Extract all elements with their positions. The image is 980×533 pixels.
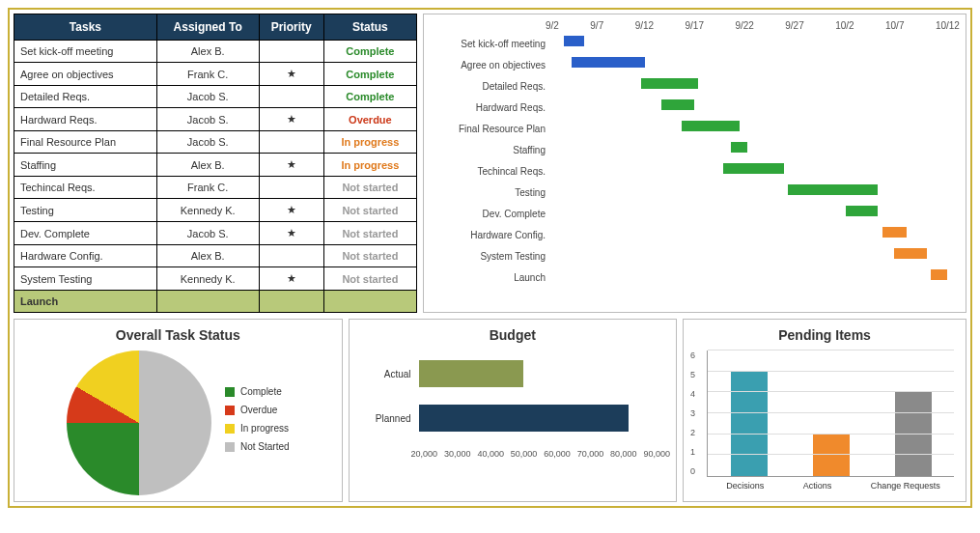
pending-bar xyxy=(895,392,932,476)
gantt-row: Final Resource Plan xyxy=(430,118,960,139)
gantt-label: Final Resource Plan xyxy=(430,124,551,134)
cell-task: Dev. Complete xyxy=(14,222,157,245)
table-row[interactable]: Staffing Alex B. ★ In progress xyxy=(14,154,417,177)
gantt-label: System Testing xyxy=(430,251,551,262)
table-row[interactable]: Techincal Reqs. Frank C. Not started xyxy=(14,177,417,199)
task-table: Tasks Assigned To Priority Status Set ki… xyxy=(14,14,417,313)
cell-task: Hardward Reqs. xyxy=(14,108,157,131)
table-row[interactable]: Set kick-off meeting Alex B. Complete xyxy=(14,41,417,63)
gantt-tick: 9/17 xyxy=(686,20,704,31)
gantt-bar xyxy=(788,184,878,195)
budget-card: Budget Actual Planned 20,00030,00040,000… xyxy=(349,319,678,502)
table-row[interactable]: Hardward Reqs. Jacob S. ★ Overdue xyxy=(14,108,417,131)
cell-assigned: Kennedy K. xyxy=(156,199,259,222)
grid-line xyxy=(708,454,954,455)
gantt-tick: 9/27 xyxy=(785,20,803,31)
budget-label: Actual xyxy=(363,369,419,379)
gantt-row: Staffing xyxy=(430,139,960,160)
legend-swatch xyxy=(225,387,235,397)
cell-assigned: Alex B. xyxy=(156,41,259,63)
cell-assigned: Frank C. xyxy=(156,177,259,199)
gantt-bar xyxy=(572,57,645,68)
gantt-label: Hardward Reqs. xyxy=(430,102,551,113)
col-priority: Priority xyxy=(259,14,323,41)
table-row[interactable]: Hardware Config. Alex B. Not started xyxy=(14,245,417,267)
gantt-label: Set kick-off meeting xyxy=(430,39,551,49)
gantt-row: Hardware Config. xyxy=(430,224,960,245)
gantt-label: Dev. Complete xyxy=(430,209,551,219)
gantt-row: Launch xyxy=(430,266,960,288)
gantt-row: Hardward Reqs. xyxy=(430,97,960,118)
cell-priority: ★ xyxy=(259,154,323,177)
gantt-chart: 9/29/79/129/179/229/2710/210/710/12 Set … xyxy=(423,14,966,313)
gantt-tick: 9/22 xyxy=(735,20,753,31)
cell-priority xyxy=(259,245,323,267)
pending-title: Pending Items xyxy=(689,327,960,343)
col-assigned: Assigned To xyxy=(156,14,259,41)
cell-status: Overdue xyxy=(323,108,416,131)
dashboard: Tasks Assigned To Priority Status Set ki… xyxy=(8,8,972,508)
cell-priority: ★ xyxy=(259,222,323,245)
gantt-row: Dev. Complete xyxy=(430,203,960,224)
gantt-label: Agree on objectives xyxy=(430,60,551,70)
col-status: Status xyxy=(323,14,416,41)
table-row[interactable]: System Testing Kennedy K. ★ Not started xyxy=(14,267,417,291)
pending-y-tick: 1 xyxy=(690,447,695,457)
cell-assigned: Jacob S. xyxy=(156,86,259,108)
cell-task: Hardware Config. xyxy=(14,245,157,267)
pending-x-label: Change Requests xyxy=(871,481,940,491)
gantt-tick: 10/12 xyxy=(936,20,960,31)
pending-y-tick: 2 xyxy=(690,428,695,437)
table-row[interactable]: Agree on objectives Frank C. ★ Complete xyxy=(14,63,417,86)
cell-priority: ★ xyxy=(259,267,323,291)
budget-row: Planned xyxy=(363,405,663,432)
cell-assigned: Jacob S. xyxy=(156,108,259,131)
table-row[interactable]: Dev. Complete Jacob S. ★ Not started xyxy=(14,222,417,245)
grid-line xyxy=(708,412,954,413)
budget-bar xyxy=(419,360,524,387)
gantt-bar xyxy=(731,142,747,153)
pie-title: Overall Task Status xyxy=(20,327,336,343)
budget-tick: 60,000 xyxy=(544,449,571,459)
budget-tick: 80,000 xyxy=(610,449,637,459)
budget-label: Planned xyxy=(363,413,419,424)
pending-x-labels: DecisionsActionsChange Requests xyxy=(707,481,960,491)
pending-x-label: Actions xyxy=(803,481,832,491)
cell-status: In progress xyxy=(323,131,416,154)
cell-task: System Testing xyxy=(14,267,157,291)
pie-legend: CompleteOverdueIn progressNot Started xyxy=(225,386,290,460)
budget-x-axis: 20,00030,00040,00050,00060,00070,00080,0… xyxy=(411,449,671,459)
cell-status: Not started xyxy=(323,245,416,267)
gantt-bar xyxy=(723,163,784,174)
gantt-row: Testing xyxy=(430,182,960,203)
grid-line xyxy=(708,434,954,435)
budget-bar xyxy=(419,405,629,432)
col-tasks: Tasks xyxy=(14,14,157,41)
cell-task: Set kick-off meeting xyxy=(14,41,157,63)
gantt-bar xyxy=(882,227,907,238)
gantt-bar xyxy=(564,36,584,46)
top-row: Tasks Assigned To Priority Status Set ki… xyxy=(14,14,966,313)
cell-task: Techincal Reqs. xyxy=(14,177,157,199)
pending-card: Pending Items 0123456 DecisionsActionsCh… xyxy=(683,319,966,502)
cell-assigned: Alex B. xyxy=(156,154,259,177)
cell-task: Staffing xyxy=(14,154,157,177)
legend-swatch xyxy=(225,406,235,415)
legend-label: In progress xyxy=(240,423,289,434)
table-row[interactable]: Testing Kennedy K. ★ Not started xyxy=(14,199,417,222)
gantt-row: Agree on objectives xyxy=(430,54,960,75)
launch-row[interactable]: Launch xyxy=(14,291,417,313)
cell-status: Not started xyxy=(323,199,416,222)
table-row[interactable]: Detailed Reqs. Jacob S. Complete xyxy=(14,86,417,108)
gantt-label: Hardware Config. xyxy=(430,230,551,240)
legend-label: Complete xyxy=(240,386,282,397)
grid-line xyxy=(708,350,954,351)
cell-task: Detailed Reqs. xyxy=(14,86,157,108)
gantt-x-axis: 9/29/79/129/179/229/2710/210/710/12 xyxy=(546,20,960,31)
cell-priority xyxy=(259,41,323,63)
pending-y-tick: 4 xyxy=(690,389,695,399)
cell-task: Testing xyxy=(14,199,157,222)
gantt-label: Testing xyxy=(430,187,551,198)
table-row[interactable]: Final Resource Plan Jacob S. In progress xyxy=(14,131,417,154)
pending-y-tick: 5 xyxy=(690,370,695,379)
